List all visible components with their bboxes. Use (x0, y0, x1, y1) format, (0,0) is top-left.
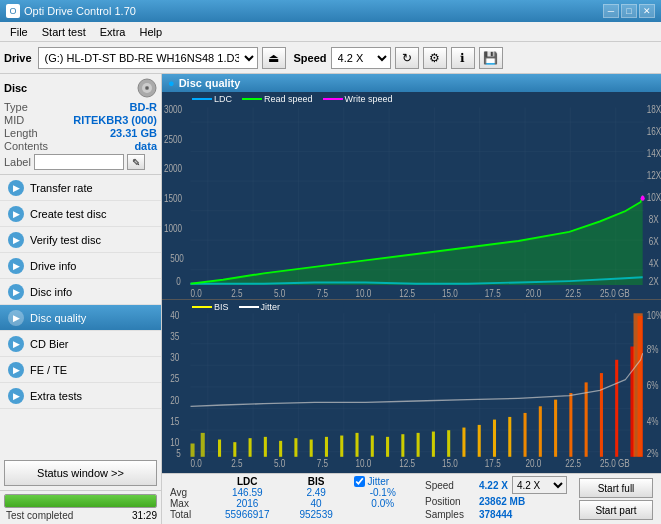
label-edit-button[interactable]: ✎ (127, 154, 145, 170)
speed-stat-label: Speed (425, 480, 475, 491)
svg-rect-69 (340, 436, 343, 457)
progress-time: 31:29 (132, 510, 157, 521)
speed-stat-select[interactable]: 4.2 X (512, 476, 567, 494)
svg-text:2X: 2X (649, 276, 660, 287)
svg-text:40: 40 (170, 309, 179, 321)
close-button[interactable]: ✕ (639, 4, 655, 18)
sidebar-label-extra-tests: Extra tests (30, 390, 82, 402)
svg-text:2500: 2500 (164, 134, 182, 145)
svg-text:12.5: 12.5 (399, 288, 415, 299)
sidebar-item-verify-test-disc[interactable]: ▶ Verify test disc (0, 227, 161, 253)
svg-text:14X: 14X (647, 148, 661, 159)
upper-chart-legend: LDC Read speed Write speed (192, 94, 392, 104)
disc-icon (137, 78, 157, 98)
sidebar: Disc Type BD-R MID RITEKBR3 (000) Length… (0, 74, 162, 524)
fe-te-icon: ▶ (8, 362, 24, 378)
app-title: Opti Drive Control 1.70 (24, 5, 136, 17)
max-ldc: 2016 (209, 498, 286, 509)
contents-label: Contents (4, 140, 48, 152)
drive-label: Drive (4, 52, 32, 64)
lower-chart-svg: 40 35 30 25 20 15 10 5 10% 8% 6% 4% 2% (162, 300, 661, 473)
menu-start-test[interactable]: Start test (36, 24, 92, 40)
main-content: Disc Type BD-R MID RITEKBR3 (000) Length… (0, 74, 661, 524)
svg-text:20.0: 20.0 (526, 288, 542, 299)
svg-text:30: 30 (170, 351, 179, 363)
menu-extra[interactable]: Extra (94, 24, 132, 40)
svg-text:1000: 1000 (164, 223, 182, 234)
svg-rect-70 (355, 433, 358, 457)
svg-text:5: 5 (176, 447, 181, 459)
create-test-disc-icon: ▶ (8, 206, 24, 222)
jitter-checkbox[interactable] (354, 476, 365, 487)
svg-rect-73 (401, 434, 404, 457)
svg-rect-77 (462, 428, 465, 457)
col-header-ldc: LDC (209, 476, 286, 487)
svg-text:0: 0 (176, 276, 181, 287)
window-controls: ─ □ ✕ (603, 4, 655, 18)
speed-select[interactable]: 4.2 X (331, 47, 391, 69)
svg-text:8%: 8% (647, 343, 659, 355)
disc-info-icon: ▶ (8, 284, 24, 300)
sidebar-label-verify-test-disc: Verify test disc (30, 234, 101, 246)
sidebar-item-disc-info[interactable]: ▶ Disc info (0, 279, 161, 305)
svg-text:2000: 2000 (164, 163, 182, 174)
sidebar-item-extra-tests[interactable]: ▶ Extra tests (0, 383, 161, 409)
position-row: Position 23862 MB (425, 496, 575, 507)
sidebar-item-create-test-disc[interactable]: ▶ Create test disc (0, 201, 161, 227)
samples-label: Samples (425, 509, 475, 520)
svg-rect-72 (386, 437, 389, 457)
label-input[interactable] (34, 154, 124, 170)
svg-text:22.5: 22.5 (565, 458, 581, 470)
max-label: Max (166, 498, 209, 509)
svg-rect-59 (191, 444, 195, 457)
svg-rect-87 (615, 360, 618, 457)
avg-label: Avg (166, 487, 209, 498)
stats-right: Speed 4.22 X 4.2 X Position 23862 MB Sam… (415, 476, 575, 522)
verify-test-disc-icon: ▶ (8, 232, 24, 248)
svg-text:6%: 6% (647, 379, 659, 391)
svg-text:6X: 6X (649, 236, 660, 247)
drive-select[interactable]: (G:) HL-DT-ST BD-RE WH16NS48 1.D3 (38, 47, 258, 69)
svg-text:17.5: 17.5 (485, 288, 501, 299)
svg-text:15: 15 (170, 415, 179, 427)
sidebar-label-cd-bier: CD Bier (30, 338, 69, 350)
maximize-button[interactable]: □ (621, 4, 637, 18)
total-bis: 952539 (286, 509, 347, 520)
svg-rect-74 (417, 433, 420, 457)
svg-text:25.0 GB: 25.0 GB (600, 458, 630, 470)
sidebar-item-cd-bier[interactable]: ▶ CD Bier (0, 331, 161, 357)
svg-text:0.0: 0.0 (191, 288, 202, 299)
svg-rect-61 (218, 440, 221, 457)
sidebar-item-disc-quality[interactable]: ▶ Disc quality (0, 305, 161, 331)
save-button[interactable]: 💾 (479, 47, 503, 69)
menu-file[interactable]: File (4, 24, 34, 40)
svg-text:4X: 4X (649, 258, 660, 269)
start-part-button[interactable]: Start part (579, 500, 653, 520)
minimize-button[interactable]: ─ (603, 4, 619, 18)
status-window-button[interactable]: Status window >> (4, 460, 157, 486)
svg-rect-66 (294, 438, 297, 457)
total-jitter (346, 509, 415, 520)
svg-text:25.0 GB: 25.0 GB (600, 288, 630, 299)
settings-button[interactable]: ⚙ (423, 47, 447, 69)
svg-point-3 (146, 87, 148, 89)
sidebar-label-disc-quality: Disc quality (30, 312, 86, 324)
start-full-button[interactable]: Start full (579, 478, 653, 498)
svg-rect-84 (569, 393, 572, 457)
sidebar-label-create-test-disc: Create test disc (30, 208, 106, 220)
sidebar-label-drive-info: Drive info (30, 260, 76, 272)
lower-chart: BIS Jitter 40 (162, 299, 661, 473)
col-header-bis: BIS (286, 476, 347, 487)
sidebar-item-transfer-rate[interactable]: ▶ Transfer rate (0, 175, 161, 201)
sidebar-label-fe-te: FE / TE (30, 364, 67, 376)
refresh-button[interactable]: ↻ (395, 47, 419, 69)
menu-help[interactable]: Help (133, 24, 168, 40)
sidebar-item-drive-info[interactable]: ▶ Drive info (0, 253, 161, 279)
sidebar-item-fe-te[interactable]: ▶ FE / TE (0, 357, 161, 383)
svg-text:20: 20 (170, 394, 179, 406)
svg-text:15.0: 15.0 (442, 458, 458, 470)
info-button[interactable]: ℹ (451, 47, 475, 69)
stats-row-total: Total 55966917 952539 (166, 509, 415, 520)
speed-row: Speed 4.22 X 4.2 X (425, 476, 575, 494)
eject-button[interactable]: ⏏ (262, 47, 286, 69)
